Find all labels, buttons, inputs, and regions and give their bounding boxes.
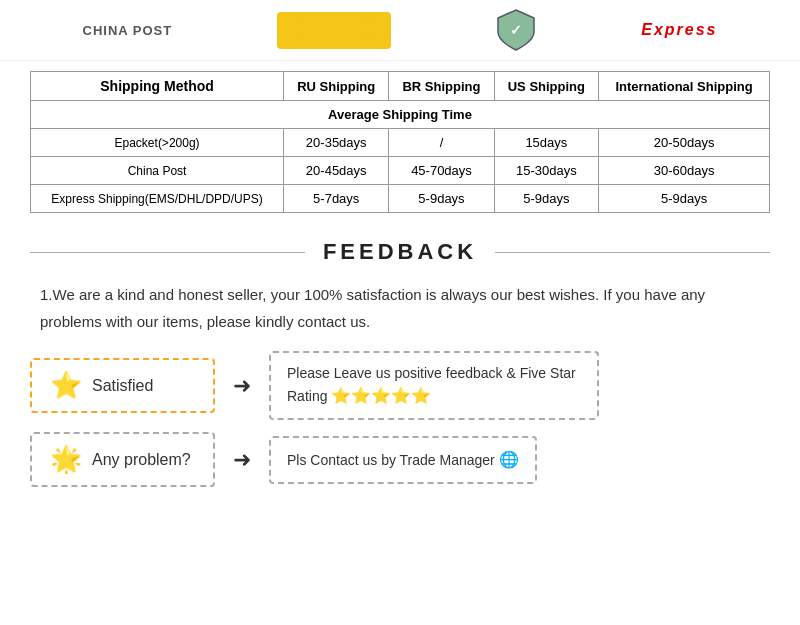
logo-bar: CHINA POST ✓ Express [0, 0, 800, 61]
arrow-icon-2: ➜ [233, 447, 251, 473]
method-express: Express Shipping(EMS/DHL/DPD/UPS) [31, 185, 284, 213]
five-stars: ⭐⭐⭐⭐⭐ [331, 388, 431, 404]
chinapost-intl: 30-60days [599, 157, 770, 185]
feedback-paragraph: 1.We are a kind and honest seller, your … [40, 286, 705, 330]
satisfied-row: ⭐ Satisfied ➜ Please Leave us positive f… [30, 351, 770, 420]
chinapost-us: 15-30days [494, 157, 598, 185]
svg-rect-0 [299, 18, 369, 40]
gray-star-icon: 🌟 [50, 444, 82, 475]
divider-left [30, 252, 305, 253]
express-ru: 5-7days [284, 185, 389, 213]
feedback-divider: FEEDBACK [0, 223, 800, 273]
epacket-br: / [389, 129, 494, 157]
chinapost-ru: 20-45days [284, 157, 389, 185]
col-intl: International Shipping [599, 72, 770, 101]
yellow-button [277, 12, 391, 49]
feedback-text: 1.We are a kind and honest seller, your … [0, 273, 800, 351]
shipping-table: Shipping Method RU Shipping BR Shipping … [30, 71, 770, 213]
svg-text:✓: ✓ [510, 22, 522, 38]
avg-time-label: Average Shipping Time [31, 101, 770, 129]
globe-icon: 🌐 [499, 451, 519, 468]
table-row: Epacket(>200g) 20-35days / 15days 20-50d… [31, 129, 770, 157]
problem-label: Any problem? [92, 451, 191, 469]
epacket-ru: 20-35days [284, 129, 389, 157]
feedback-title: FEEDBACK [305, 239, 495, 265]
star-2: ⭐ [351, 387, 371, 404]
express-br: 5-9days [389, 185, 494, 213]
epacket-us: 15days [494, 129, 598, 157]
col-us: US Shipping [494, 72, 598, 101]
col-ru: RU Shipping [284, 72, 389, 101]
star-5: ⭐ [411, 387, 431, 404]
table-row: Express Shipping(EMS/DHL/DPD/UPS) 5-7day… [31, 185, 770, 213]
star-1: ⭐ [331, 387, 351, 404]
satisfied-label: Satisfied [92, 377, 153, 395]
method-epacket: Epacket(>200g) [31, 129, 284, 157]
express-logo: Express [641, 21, 717, 39]
gold-star-icon: ⭐ [50, 370, 82, 401]
shipping-section: Shipping Method RU Shipping BR Shipping … [0, 61, 800, 223]
divider-right [495, 252, 770, 253]
problem-result-text: Pls Contact us by Trade Manager [287, 452, 495, 468]
rating-boxes: ⭐ Satisfied ➜ Please Leave us positive f… [0, 351, 800, 507]
col-method: Shipping Method [31, 72, 284, 101]
star-3: ⭐ [371, 387, 391, 404]
satisfied-box: ⭐ Satisfied [30, 358, 215, 413]
star-4: ⭐ [391, 387, 411, 404]
chinapost-br: 45-70days [389, 157, 494, 185]
method-chinapost: China Post [31, 157, 284, 185]
table-row: China Post 20-45days 45-70days 15-30days… [31, 157, 770, 185]
shield-icon: ✓ [496, 8, 536, 52]
col-br: BR Shipping [389, 72, 494, 101]
satisfied-result-box: Please Leave us positive feedback & Five… [269, 351, 599, 420]
problem-row: 🌟 Any problem? ➜ Pls Contact us by Trade… [30, 432, 770, 487]
arrow-icon: ➜ [233, 373, 251, 399]
express-intl: 5-9days [599, 185, 770, 213]
china-post-logo: CHINA POST [83, 23, 173, 38]
express-us: 5-9days [494, 185, 598, 213]
problem-result-box: Pls Contact us by Trade Manager 🌐 [269, 436, 537, 484]
problem-box: 🌟 Any problem? [30, 432, 215, 487]
epacket-intl: 20-50days [599, 129, 770, 157]
